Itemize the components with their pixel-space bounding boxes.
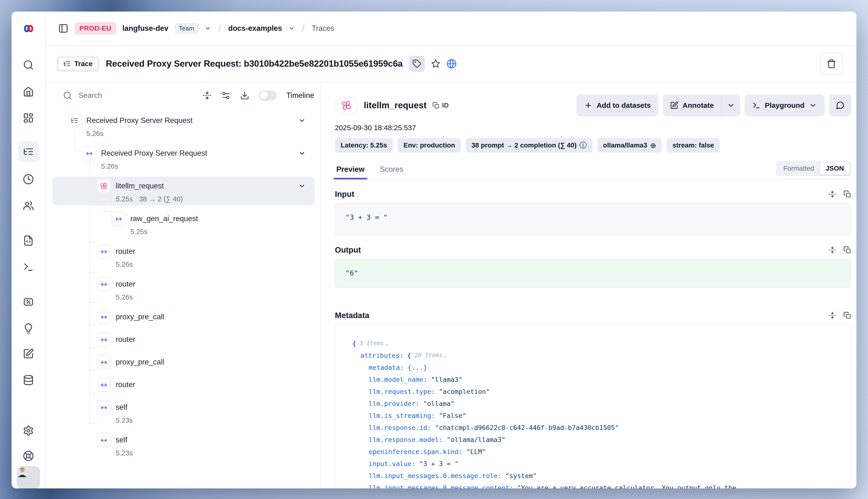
format-toggle-formatted[interactable]: Formatted [778, 162, 820, 175]
collapse-section-icon[interactable] [829, 312, 836, 319]
format-toggle: Formatted JSON [776, 161, 851, 176]
edit-pen-icon [670, 101, 678, 109]
sidebar-item-sessions[interactable] [23, 174, 34, 185]
json-value: "acompletion" [439, 388, 490, 395]
format-toggle-json[interactable]: JSON [820, 162, 850, 175]
tree-node[interactable]: ↔ raw_gen_ai_request 5.25s [52, 209, 315, 238]
status-badge[interactable]: Latency: 5.25s [335, 138, 393, 153]
sidebar-item-prompts[interactable] [23, 235, 34, 246]
copy-id-button[interactable]: ID [432, 101, 449, 109]
timeline-toggle[interactable] [259, 90, 277, 100]
bookmark-star-button[interactable] [431, 59, 440, 68]
sidebar-item-annotation[interactable] [23, 348, 34, 359]
sidebar-item-playground[interactable] [23, 261, 34, 272]
tree-node[interactable]: ↔ self 5.23s [52, 431, 315, 460]
tree-node[interactable]: ↔ router [52, 375, 315, 394]
tree-node[interactable]: litellm_request 5.25s 38 → 2 (∑ 40) [52, 177, 315, 206]
panel-toggle-icon[interactable] [58, 23, 68, 34]
sidebar-item-settings[interactable] [23, 425, 34, 436]
playground-button[interactable]: Playground [745, 94, 825, 117]
tree-node[interactable]: ↔ Received Proxy Server Request 5.26s [52, 144, 315, 173]
tree-node[interactable]: ↔ router 5.26s [52, 242, 315, 271]
project-switcher-chevron-icon[interactable] [289, 25, 295, 32]
environment-badge: PROD-EU [75, 22, 116, 35]
json-collapse-chevron-icon[interactable]: ⌄ [444, 352, 447, 358]
json-key: input.value: [369, 460, 415, 467]
json-items-count[interactable]: 20 Items [415, 352, 442, 359]
top-header: PROD-EU langfuse-dev Team / docs-example… [46, 12, 856, 46]
copy-section-icon[interactable] [843, 190, 851, 198]
status-badge[interactable]: Env: production [398, 138, 461, 153]
users-icon [23, 200, 34, 211]
sidebar-item-ideas[interactable] [23, 323, 34, 334]
json-items-count[interactable]: 3 Items [359, 340, 384, 347]
project-name[interactable]: docs-examples [228, 24, 282, 33]
delete-trace-button[interactable] [820, 53, 843, 75]
metadata-json-line: llm.model_name: "llama3" [352, 374, 841, 386]
sidebar-item-traces[interactable] [18, 141, 39, 162]
tree-node[interactable]: Received Proxy Server Request 5.26s [52, 111, 315, 140]
comments-button[interactable] [829, 94, 851, 117]
metadata-json-line: llm.response.model: "ollama/llama3" [352, 434, 841, 446]
public-share-button[interactable] [447, 59, 456, 69]
tab-scores[interactable]: Scores [378, 162, 404, 179]
tag-button[interactable] [409, 56, 425, 72]
status-badge[interactable]: ollama/llama3 ⊕ [597, 138, 662, 153]
annotate-dropdown-chevron[interactable] [721, 94, 740, 117]
tab-preview[interactable]: Preview [335, 162, 366, 179]
sidebar-item-home[interactable] [23, 86, 34, 97]
user-avatar[interactable] [17, 466, 40, 488]
breadcrumb-section[interactable]: Traces [312, 24, 334, 33]
terminal-icon [752, 101, 760, 109]
info-circle-icon[interactable]: ⓘ [579, 141, 587, 150]
sidebar-item-search[interactable] [23, 59, 34, 71]
sidebar-item-evaluation[interactable] [23, 296, 34, 307]
chevron-down-icon[interactable] [298, 150, 312, 157]
badge-text: Latency: 5.25s [341, 142, 387, 149]
node-duration: 5.26s [86, 130, 103, 138]
node-label: self [116, 436, 127, 445]
view-settings-icon[interactable] [221, 91, 231, 100]
datasets-icon [23, 375, 34, 386]
org-logo[interactable] [12, 12, 46, 46]
sidebar-item-datasets[interactable] [23, 375, 34, 386]
annotate-button[interactable]: Annotate [663, 94, 721, 117]
copy-section-icon[interactable] [843, 246, 851, 254]
id-label: ID [442, 101, 449, 109]
sidebar-item-users[interactable] [23, 200, 34, 211]
sidebar-item-support[interactable] [23, 450, 34, 461]
copy-section-icon[interactable] [843, 312, 851, 319]
tree-search-input[interactable]: Search [63, 91, 102, 100]
status-badge[interactable]: 38 prompt → 2 completion (∑ 40) ⓘ [466, 138, 592, 153]
plus-circle-icon[interactable]: ⊕ [650, 141, 656, 150]
fold-vertical-icon[interactable] [203, 91, 212, 100]
observation-tree-panel: Search Timeline [46, 82, 321, 488]
add-to-datasets-button[interactable]: Add to datasets [576, 94, 659, 117]
badge-text: 38 prompt → 2 completion (∑ 40) [472, 142, 577, 149]
metadata-json-line: llm.is_streaming: "False" [352, 410, 841, 422]
json-collapse-chevron-icon[interactable]: ⌄ [385, 340, 388, 346]
tree-node[interactable]: ↔ proxy_pre_call [52, 353, 315, 372]
collapse-section-icon[interactable] [829, 246, 836, 254]
download-icon[interactable] [240, 91, 249, 100]
tree-node[interactable]: ↔ router 5.26s [52, 275, 315, 304]
tree-node[interactable]: ↔ router [52, 330, 315, 349]
comment-bubble-icon [835, 101, 845, 110]
org-switcher-chevron-icon[interactable] [205, 25, 211, 32]
json-value: "ollama/llama3" [447, 436, 505, 443]
collapse-section-icon[interactable] [829, 190, 836, 198]
support-icon [23, 450, 34, 461]
tree-node[interactable]: ↔ proxy_pre_call [52, 307, 315, 326]
sidebar-item-dashboard[interactable] [23, 112, 34, 123]
node-label: proxy_pre_call [116, 313, 164, 321]
metadata-json-line: llm.request.type: "acompletion" [352, 386, 841, 398]
output-section-header: Output [335, 245, 851, 255]
org-name[interactable]: langfuse-dev [122, 24, 168, 33]
status-badge[interactable]: stream: false [667, 138, 720, 153]
trace-chip[interactable]: Trace [56, 56, 100, 72]
json-key: metadata: [369, 364, 404, 371]
json-value: "llama3" [431, 376, 462, 383]
chevron-down-icon[interactable] [298, 117, 312, 124]
chevron-down-icon[interactable] [298, 182, 312, 190]
tree-node[interactable]: ↔ self 5.23s [52, 398, 315, 427]
